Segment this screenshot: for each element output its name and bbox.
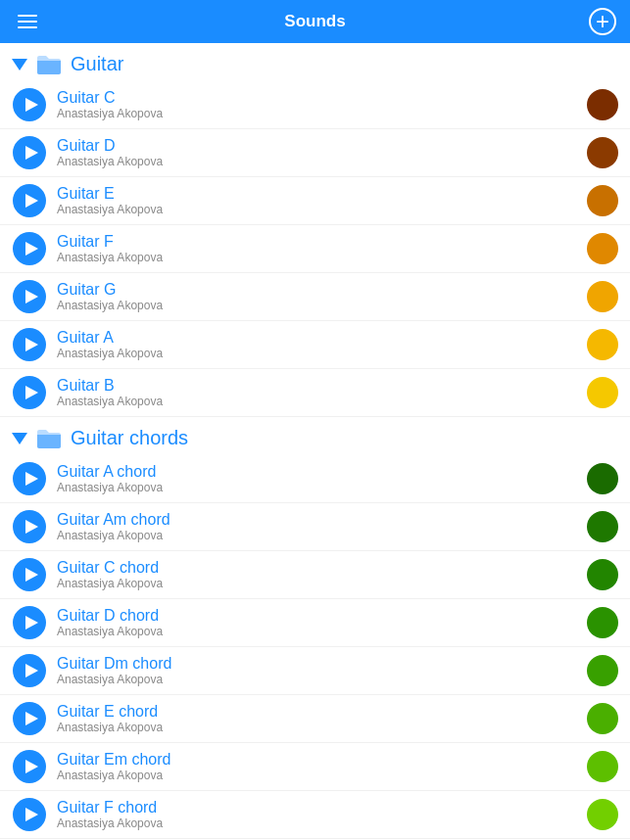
play-button[interactable] (12, 375, 47, 410)
item-author: Anastasiya Akopova (57, 107, 587, 120)
item-text: Guitar A chord Anastasiya Akopova (57, 463, 587, 494)
item-author: Anastasiya Akopova (57, 769, 587, 782)
item-name: Guitar B (57, 377, 587, 395)
play-button[interactable] (12, 557, 47, 592)
list-item: Guitar C Anastasiya Akopova (0, 81, 630, 129)
folder-icon (35, 54, 63, 75)
item-text: Guitar F chord Anastasiya Akopova (57, 799, 587, 830)
item-author: Anastasiya Akopova (57, 251, 587, 264)
add-button[interactable]: + (589, 8, 616, 35)
item-name: Guitar Am chord (57, 511, 587, 529)
color-dot (587, 607, 618, 638)
list-item: Guitar C chord Anastasiya Akopova (0, 551, 630, 599)
collapse-triangle (12, 59, 27, 70)
color-dot (587, 233, 618, 264)
header: Sounds + (0, 0, 630, 43)
section-title: Guitar chords (71, 427, 188, 449)
color-dot (587, 463, 618, 494)
item-text: Guitar F Anastasiya Akopova (57, 233, 587, 264)
item-name: Guitar Em chord (57, 751, 587, 769)
play-button[interactable] (12, 749, 47, 784)
list-item: Guitar E chord Anastasiya Akopova (0, 695, 630, 743)
item-text: Guitar D Anastasiya Akopova (57, 137, 587, 168)
color-dot (587, 329, 618, 360)
play-button[interactable] (12, 231, 47, 266)
item-name: Guitar F (57, 233, 587, 251)
list-item: Guitar F chord Anastasiya Akopova (0, 791, 630, 839)
menu-button[interactable] (14, 11, 41, 32)
list-item: Guitar A chord Anastasiya Akopova (0, 455, 630, 503)
header-title: Sounds (284, 12, 345, 31)
item-author: Anastasiya Akopova (57, 721, 587, 734)
item-author: Anastasiya Akopova (57, 203, 587, 216)
item-text: Guitar C chord Anastasiya Akopova (57, 559, 587, 590)
item-text: Guitar A Anastasiya Akopova (57, 329, 587, 360)
item-text: Guitar Dm chord Anastasiya Akopova (57, 655, 587, 686)
item-author: Anastasiya Akopova (57, 817, 587, 830)
play-button[interactable] (12, 509, 47, 544)
list-item: Guitar E Anastasiya Akopova (0, 177, 630, 225)
item-name: Guitar C (57, 89, 587, 107)
item-text: Guitar Em chord Anastasiya Akopova (57, 751, 587, 782)
item-text: Guitar D chord Anastasiya Akopova (57, 607, 587, 638)
item-text: Guitar B Anastasiya Akopova (57, 377, 587, 408)
play-button[interactable] (12, 461, 47, 496)
item-author: Anastasiya Akopova (57, 529, 587, 542)
content: Guitar Guitar C Anastasiya Akopova (0, 43, 630, 840)
play-button[interactable] (12, 327, 47, 362)
item-name: Guitar A chord (57, 463, 587, 481)
play-button[interactable] (12, 653, 47, 688)
section-title: Guitar (71, 53, 123, 75)
color-dot (587, 559, 618, 590)
list-item: Guitar B Anastasiya Akopova (0, 369, 630, 417)
item-name: Guitar Dm chord (57, 655, 587, 673)
color-dot (587, 799, 618, 830)
item-name: Guitar D (57, 137, 587, 155)
list-item: Guitar Dm chord Anastasiya Akopova (0, 647, 630, 695)
item-text: Guitar G Anastasiya Akopova (57, 281, 587, 312)
item-author: Anastasiya Akopova (57, 577, 587, 590)
play-button[interactable] (12, 135, 47, 170)
color-dot (587, 281, 618, 312)
list-item: Guitar D Anastasiya Akopova (0, 129, 630, 177)
item-text: Guitar C Anastasiya Akopova (57, 89, 587, 120)
section-header-guitar-chords[interactable]: Guitar chords (0, 417, 630, 455)
collapse-triangle (12, 433, 27, 444)
item-author: Anastasiya Akopova (57, 347, 587, 360)
item-author: Anastasiya Akopova (57, 481, 587, 494)
color-dot (587, 185, 618, 216)
color-dot (587, 137, 618, 168)
item-name: Guitar D chord (57, 607, 587, 625)
item-text: Guitar E chord Anastasiya Akopova (57, 703, 587, 734)
item-name: Guitar C chord (57, 559, 587, 577)
item-author: Anastasiya Akopova (57, 673, 587, 686)
color-dot (587, 655, 618, 686)
color-dot (587, 511, 618, 542)
item-author: Anastasiya Akopova (57, 395, 587, 408)
list-item: Guitar G Anastasiya Akopova (0, 273, 630, 321)
list-item: Guitar Em chord Anastasiya Akopova (0, 743, 630, 791)
item-author: Anastasiya Akopova (57, 625, 587, 638)
item-name: Guitar F chord (57, 799, 587, 817)
play-button[interactable] (12, 701, 47, 736)
list-item: Guitar F Anastasiya Akopova (0, 225, 630, 273)
color-dot (587, 751, 618, 782)
item-author: Anastasiya Akopova (57, 155, 587, 168)
play-button[interactable] (12, 797, 47, 832)
item-text: Guitar Am chord Anastasiya Akopova (57, 511, 587, 542)
item-name: Guitar A (57, 329, 587, 347)
color-dot (587, 703, 618, 734)
play-button[interactable] (12, 605, 47, 640)
play-button[interactable] (12, 183, 47, 218)
folder-icon (35, 428, 63, 449)
item-name: Guitar E (57, 185, 587, 203)
section-header-guitar[interactable]: Guitar (0, 43, 630, 81)
item-text: Guitar E Anastasiya Akopova (57, 185, 587, 216)
item-name: Guitar G (57, 281, 587, 299)
play-button[interactable] (12, 279, 47, 314)
list-item: Guitar Am chord Anastasiya Akopova (0, 503, 630, 551)
list-item: Guitar D chord Anastasiya Akopova (0, 599, 630, 647)
color-dot (587, 89, 618, 120)
play-button[interactable] (12, 87, 47, 122)
color-dot (587, 377, 618, 408)
